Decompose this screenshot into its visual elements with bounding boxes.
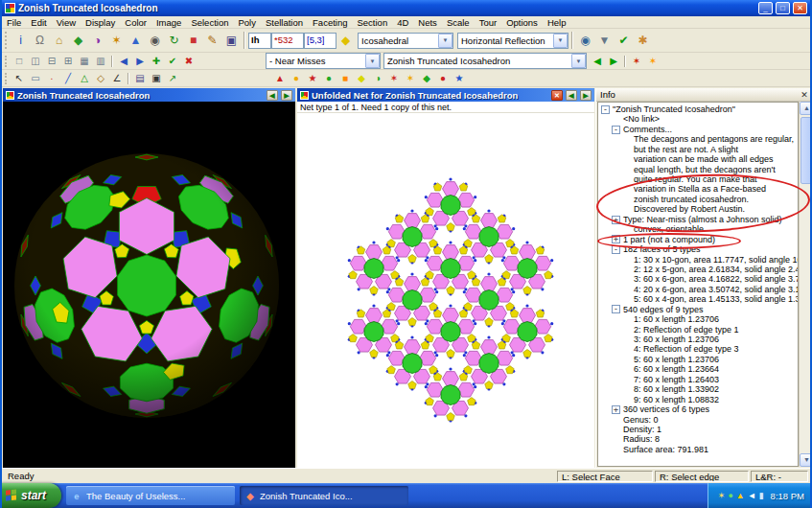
info-scrollbar[interactable]: ▲ ▼ (799, 102, 812, 467)
nav-back-icon[interactable]: ◀ (116, 54, 131, 68)
tree-node[interactable]: 8: 60 x length 1.33902 (598, 384, 798, 394)
symmetry-coxeter-field[interactable]: [5,3] (304, 33, 336, 49)
scale-icon[interactable]: Ω (31, 32, 49, 50)
tree-node[interactable]: 3: 60 x length 1.23706 (598, 335, 798, 344)
tree-node[interactable]: 3: 60 x 6-gon, area 4.16822, solid angle… (598, 274, 798, 284)
archimedean-icon[interactable]: ● (289, 71, 304, 85)
tree-node[interactable]: 1: 30 x 10-gon, area 11.7747, solid angl… (598, 255, 798, 265)
eye-icon[interactable]: ◉ (576, 32, 594, 50)
tree-node[interactable]: Discovered by Robert Austin. (598, 204, 798, 214)
collapse-icon[interactable]: - (612, 305, 620, 313)
symmetry-group-combo[interactable]: Icosahedral ▼ (358, 33, 453, 49)
prev-view-button[interactable]: ◀ (267, 90, 278, 101)
info-close-icon[interactable]: ✕ (799, 90, 810, 100)
collapse-icon[interactable]: - (612, 126, 620, 134)
menu-display[interactable]: Display (81, 16, 120, 29)
center-decagon[interactable] (118, 255, 176, 316)
select-vertex-icon[interactable]: ∙ (44, 71, 59, 85)
tree-node[interactable]: convex, orientable (598, 224, 798, 234)
tree-node[interactable]: <No link> (598, 114, 798, 124)
tree-node[interactable]: 2: Reflection of edge type 1 (598, 325, 798, 335)
johnson-icon[interactable]: ● (321, 71, 336, 85)
select-face-icon[interactable]: △ (77, 71, 92, 85)
symmetry-orbifold-field[interactable]: *532 (271, 33, 304, 49)
snap-icon[interactable]: ◇ (93, 71, 108, 85)
menu-scale[interactable]: Scale (442, 16, 475, 29)
base-model-icon[interactable]: ◆ (69, 32, 87, 50)
tree-node[interactable]: +1 part (not a compound) (598, 235, 798, 244)
scrollbar-thumb[interactable] (800, 117, 812, 184)
view-split-vertical-icon[interactable]: ◫ (28, 54, 43, 68)
export-icon[interactable]: ↗ (165, 71, 180, 85)
next-view-button[interactable]: ▶ (281, 90, 292, 101)
misc-library-icon[interactable]: ★ (452, 71, 467, 85)
nav-forward-icon[interactable]: ▶ (132, 54, 148, 68)
zonohedron-icon[interactable]: ◆ (419, 71, 434, 85)
scroll-down-icon[interactable]: ▼ (800, 453, 812, 467)
menu-faceting[interactable]: Faceting (308, 16, 352, 29)
model-name-combo[interactable]: Zonish Truncated Icosahedron ▼ (383, 53, 587, 69)
platonic-icon[interactable]: ▲ (272, 71, 288, 85)
tree-node[interactable]: -540 edges of 9 types (598, 305, 798, 314)
net-face-cluster[interactable] (463, 209, 516, 264)
net-face-cluster[interactable] (348, 241, 401, 295)
prism-icon[interactable]: ■ (337, 71, 353, 85)
menu-edit[interactable]: Edit (26, 16, 51, 29)
tree-node[interactable]: 9: 60 x length 1.08832 (598, 395, 798, 404)
chevron-down-icon[interactable]: ▼ (365, 54, 380, 68)
animate-icon[interactable]: ✶ (629, 54, 644, 68)
tree-node[interactable]: 7: 60 x length 1.26403 (598, 375, 798, 384)
mid-decagons[interactable] (120, 363, 173, 402)
minimize-button[interactable]: _ (758, 2, 773, 14)
tree-node[interactable]: variation can be made with all edges (598, 154, 798, 164)
collapse-icon[interactable]: - (612, 245, 620, 254)
chevron-down-icon[interactable]: ▼ (438, 34, 452, 48)
tree-node[interactable]: 5: 60 x 4-gon, area 1.45133, solid angle… (598, 294, 798, 304)
snapshot-icon[interactable]: ▣ (222, 32, 241, 50)
angle-icon[interactable]: ∠ (109, 71, 125, 85)
net-face-cluster[interactable] (463, 335, 516, 390)
measure-mode-icon[interactable]: ✶ (645, 54, 661, 68)
delete-icon[interactable]: ✖ (181, 54, 197, 68)
menu-stellation[interactable]: Stellation (261, 16, 308, 29)
model-category-combo[interactable]: - Near Misses ▼ (266, 53, 381, 69)
menu-section[interactable]: Section (352, 16, 392, 29)
menu-poly[interactable]: Poly (233, 16, 260, 29)
taskbar-task-button[interactable]: ◆Zonish Truncated Ico... (240, 486, 408, 505)
menu-file[interactable]: File (2, 16, 26, 29)
spin-icon[interactable]: ↻ (165, 32, 183, 50)
net-face-cluster[interactable] (386, 272, 439, 327)
tray-shield-icon[interactable]: ▲ (736, 483, 745, 508)
tray-update-icon[interactable]: ● (728, 483, 732, 508)
tree-node[interactable]: 2: 12 x 5-gon, area 2.61834, solid angle… (598, 265, 798, 274)
tree-node[interactable]: variation in Stella as a Face-based (598, 185, 798, 195)
tree-node[interactable]: zonish truncated icosahedron. (598, 195, 798, 204)
start-button[interactable]: start (0, 483, 61, 508)
net-window-titlebar[interactable]: Unfolded Net for Zonish Truncated Icosah… (297, 88, 594, 102)
expand-icon[interactable]: + (612, 405, 620, 414)
net-face-cluster[interactable] (386, 209, 439, 264)
stellation-library-icon[interactable]: ✶ (403, 71, 418, 85)
tree-node[interactable]: 5: 60 x length 1.23706 (598, 355, 798, 364)
tree-node[interactable]: equal length, but the decagons aren't (598, 165, 798, 174)
dual-icon[interactable]: ◑ (88, 32, 106, 50)
menu-image[interactable]: Image (151, 16, 186, 29)
tree-node[interactable]: but the rest are not. A slight (598, 145, 798, 154)
hand-icon[interactable]: ✱ (634, 32, 652, 50)
menu-help[interactable]: Help (543, 16, 571, 29)
close-button[interactable]: ✕ (793, 2, 807, 14)
menu-view[interactable]: View (52, 16, 81, 29)
info-panel-header[interactable]: Info ✕ (596, 88, 812, 102)
symmetry-axis-icon[interactable]: ◆ (336, 32, 355, 50)
view-net-icon[interactable]: ▥ (93, 54, 108, 68)
net-viewport[interactable] (297, 113, 594, 467)
symmetry-schoenflies-field[interactable]: Ih (248, 33, 271, 49)
expand-icon[interactable]: + (612, 216, 620, 224)
near-miss-icon[interactable]: ● (435, 71, 451, 85)
scroll-up-icon[interactable]: ▲ (800, 102, 812, 115)
collapse-icon[interactable]: - (601, 105, 610, 114)
menu-tour[interactable]: Tour (475, 16, 501, 29)
toolbar-drag-handle[interactable] (5, 73, 9, 84)
tray-network-icon[interactable]: ▮ (759, 483, 764, 508)
tree-node[interactable]: 1: 60 x length 1.23706 (598, 314, 798, 324)
